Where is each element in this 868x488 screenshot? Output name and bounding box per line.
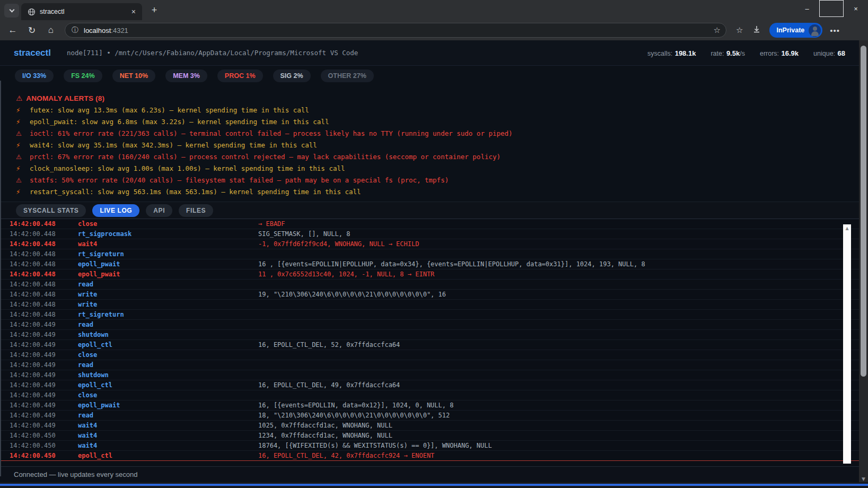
log-syscall-args: 1234, 0x7ffdaccfd1ac, WNOHANG, NULL	[258, 431, 859, 440]
log-syscall-name: epoll_pwait	[78, 400, 258, 410]
stat-suffix: /s	[740, 50, 745, 57]
tab-search-button[interactable]	[4, 4, 19, 18]
log-row: 14:42:00.449 epoll_ctl 16, EPOLL_CTL_DEL…	[0, 340, 859, 350]
category-badge: PROC 1%	[217, 69, 263, 82]
app-title: stracectl	[14, 48, 51, 58]
log-row: 14:42:00.448 wait4 -1, 0x7ffd6f2f9cd4, W…	[0, 239, 859, 249]
alert-line: ⚠ prctl: 67% error rate (160/240 calls) …	[16, 151, 859, 163]
log-syscall-name: write	[78, 300, 258, 309]
category-badge: SIG 2%	[273, 69, 311, 82]
minimize-button[interactable]: –	[795, 0, 819, 17]
alert-icon: ⚠	[16, 175, 30, 186]
log-syscall-name: read	[78, 411, 258, 420]
address-bar[interactable]: ⓘ localhost :4321 ☆	[65, 23, 726, 38]
home-button[interactable]: ⌂	[45, 25, 57, 36]
category-badge: I/O 33%	[15, 69, 54, 82]
window-left-border	[0, 81, 1, 476]
alert-text: prctl: 67% error rate (160/240 calls) — …	[30, 151, 501, 163]
alert-line: ⚠ statfs: 50% error rate (20/40 calls) —…	[16, 175, 859, 186]
download-icon[interactable]	[752, 25, 761, 36]
log-timestamp: 14:42:00.448	[0, 310, 78, 319]
log-row: 14:42:00.450 wait4 18764, [{WIFEXITED(s)…	[0, 441, 859, 451]
log-timestamp: 14:42:00.448	[0, 239, 78, 249]
avatar	[809, 24, 821, 37]
alert-icon: ⚠	[16, 151, 30, 163]
log-syscall-name: close	[78, 219, 258, 229]
browser-scrollbar-thumb[interactable]	[861, 46, 866, 377]
log-syscall-name: read	[78, 360, 258, 370]
view-tab[interactable]: LIVE LOG	[92, 204, 139, 217]
log-syscall-name: epoll_ctl	[78, 451, 258, 460]
log-syscall-args	[258, 370, 859, 380]
log-syscall-name: wait4	[78, 239, 258, 249]
log-timestamp: 14:42:00.448	[0, 269, 78, 279]
alert-text: statfs: 50% error rate (20/40 calls) — f…	[30, 175, 449, 186]
log-syscall-args	[258, 330, 859, 339]
refresh-button[interactable]: ↻	[25, 25, 38, 36]
stat-label: unique:	[813, 50, 835, 57]
stat-value: 16.9k	[782, 49, 799, 57]
maximize-icon	[819, 0, 844, 17]
chevron-down-icon	[9, 7, 14, 13]
log-timestamp: 14:42:00.449	[0, 370, 78, 380]
stat-value: 9.5k	[726, 49, 740, 57]
alert-text: epoll_pwait: slow avg 6.8ms (max 3.22s) …	[30, 116, 329, 128]
log-syscall-name: epoll_pwait	[78, 259, 258, 269]
browser-menu-button[interactable]: •••	[830, 26, 840, 35]
log-timestamp: 14:42:00.448	[0, 290, 78, 299]
inprivate-badge[interactable]: InPrivate	[769, 23, 822, 38]
maximize-button[interactable]	[819, 0, 844, 17]
alert-text: wait4: slow avg 35.1ms (max 342.3ms) — k…	[30, 140, 317, 151]
browser-scrollbar[interactable]: ▼	[859, 40, 868, 482]
view-tab[interactable]: SYSCALL STATS	[16, 204, 86, 217]
stat-label: rate:	[711, 50, 724, 57]
url-port: :4321	[111, 27, 128, 34]
log-syscall-name: epoll_ctl	[78, 380, 258, 390]
url-host: localhost	[84, 27, 111, 34]
alerts-title-text: ANOMALY ALERTS (8)	[26, 94, 104, 102]
log-row: 14:42:00.448 rt_sigreturn	[0, 310, 859, 320]
log-scrollbar[interactable]: ▲	[843, 224, 851, 464]
alert-text: futex: slow avg 13.3ms (max 6.23s) — ker…	[30, 104, 309, 116]
alert-text: restart_syscall: slow avg 563.1ms (max 5…	[30, 186, 361, 198]
scroll-up-arrow-icon[interactable]: ▲	[843, 224, 851, 232]
warning-icon: ⚠	[16, 94, 22, 102]
log-timestamp: 14:42:00.449	[0, 411, 78, 420]
log-syscall-args	[258, 280, 859, 289]
tab-close-icon[interactable]: ×	[129, 7, 138, 16]
log-syscall-args: -1, 0x7ffd6f2f9cd4, WNOHANG, NULL → ECHI…	[258, 239, 859, 249]
log-timestamp: 14:42:00.449	[0, 330, 78, 339]
log-syscall-args: → EBADF	[258, 219, 859, 229]
tab-title: stracectl	[40, 8, 129, 15]
live-log: 14:42:00.448 close → EBADF 14:42:00.448 …	[0, 219, 859, 466]
log-syscall-name: rt_sigreturn	[78, 249, 258, 259]
browser-window: stracectl × + – × ← ↻ ⌂ ⓘ localhost :432…	[0, 0, 868, 488]
log-row: 14:42:00.448 rt_sigprocmask SIG_SETMASK,…	[0, 229, 859, 239]
alerts-title: ⚠ANOMALY ALERTS (8)	[16, 92, 859, 104]
log-row: 14:42:00.448 read	[0, 280, 859, 290]
view-tab[interactable]: API	[146, 204, 172, 217]
category-badge: MEM 3%	[165, 69, 207, 82]
collections-icon[interactable]: ☆	[736, 25, 743, 35]
log-syscall-name: wait4	[78, 441, 258, 450]
log-timestamp: 14:42:00.450	[0, 431, 78, 440]
view-tab[interactable]: FILES	[179, 204, 213, 217]
browser-tab[interactable]: stracectl ×	[21, 3, 142, 20]
favorite-star-icon[interactable]: ☆	[714, 25, 721, 35]
log-row: 14:42:00.449 close	[0, 350, 859, 360]
status-bar: Connected — live updates every second	[0, 466, 859, 482]
back-button[interactable]: ←	[6, 25, 19, 36]
log-syscall-name: close	[78, 390, 258, 400]
alert-icon: ⚡	[16, 163, 30, 175]
log-timestamp: 14:42:00.449	[0, 350, 78, 360]
new-tab-button[interactable]: +	[147, 4, 161, 18]
log-syscall-args	[258, 360, 859, 370]
scroll-down-arrow-icon[interactable]: ▼	[859, 476, 868, 482]
browser-tabstrip: stracectl × + – ×	[0, 0, 868, 20]
page-content: stracectl node[711] • /mnt/c/Users/Fabia…	[0, 40, 859, 482]
site-info-icon[interactable]: ⓘ	[72, 25, 78, 35]
window-close-button[interactable]: ×	[844, 0, 868, 17]
log-row: 14:42:00.449 read 18, "\210\306\240\6\0\…	[0, 411, 859, 421]
log-row: 14:42:00.450 epoll_ctl 16, EPOLL_CTL_DEL…	[0, 451, 859, 461]
alert-line: ⚡ futex: slow avg 13.3ms (max 6.23s) — k…	[16, 104, 859, 116]
